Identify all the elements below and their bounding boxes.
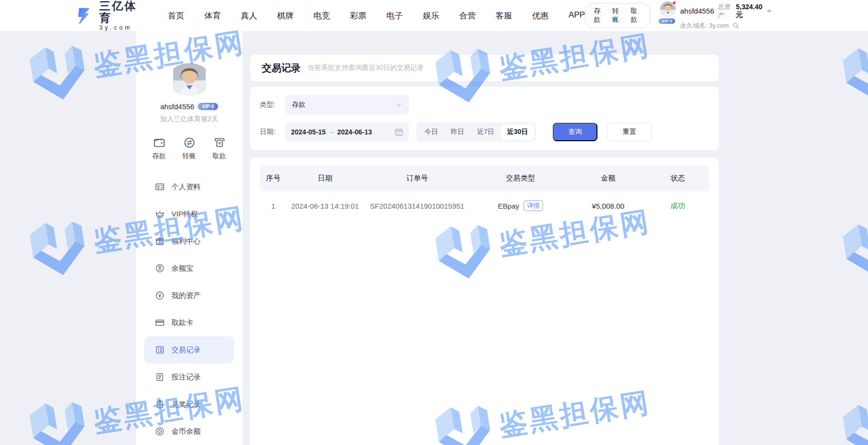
user-info: ahsfd4556 总资产: 5,324.40元 永久域名: 3y.com: [680, 1, 772, 30]
row-status: 成功: [647, 201, 710, 211]
deposit-link[interactable]: 存款: [594, 7, 605, 24]
quick-action-withdraw[interactable]: 取款: [213, 136, 226, 161]
topbar-right: 存款 转账 取款 VIP 0 ahsfd4556 总资产: 5,324.40元: [585, 1, 772, 30]
nav-item-chess[interactable]: 棋牌: [277, 10, 293, 21]
search-icon[interactable]: [732, 22, 739, 29]
sidebar-menu: 个人资料 VIP特权 福利中心 余额宝 我的资产 取款卡: [136, 173, 242, 445]
quick-action-transfer[interactable]: 转账: [183, 136, 196, 161]
sidebar-item-assets[interactable]: 我的资产: [144, 282, 234, 309]
reset-button[interactable]: 重置: [607, 123, 652, 141]
main-nav: 首页 体育 真人 棋牌 电竞 彩票 电子 娱乐 合营 客服 优惠 APP: [168, 10, 585, 21]
vip-badge: VIP 0: [659, 18, 675, 24]
date-range-picker[interactable]: 2024-05-15 ~ 2024-06-13: [285, 122, 409, 142]
nav-item-app[interactable]: APP: [568, 10, 585, 21]
main-content: 交易记录 当前系统支持查询最近30日的交易记录 类型: 存款 日期: 2024-…: [250, 31, 719, 445]
logo-title: 三亿体育: [99, 0, 143, 24]
calendar-icon: [394, 128, 403, 136]
nav-item-promo[interactable]: 优惠: [532, 10, 548, 21]
table-row: 1 2024-06-13 14:19:01 SF2024061314190100…: [260, 191, 709, 220]
watermark: 鉴黑担保网: [838, 189, 868, 284]
quick-action-deposit[interactable]: 存款: [153, 136, 166, 161]
logo-text: 三亿体育 3y.com: [99, 0, 143, 31]
watermark-logo-icon: [25, 36, 91, 107]
avatar-wrap: VIP 0: [660, 1, 676, 24]
join-days-text: 加入三亿体育第2天: [160, 115, 219, 124]
nav-item-service[interactable]: 客服: [495, 10, 512, 21]
sidebar-item-bets[interactable]: 投注记录: [144, 363, 234, 391]
eye-icon[interactable]: [766, 7, 772, 15]
col-order-no: 订单号: [363, 174, 471, 183]
chevron-down-icon: [395, 101, 402, 108]
wallet-pill: 存款 转账 取款: [585, 3, 650, 28]
col-index: 序号: [260, 174, 287, 183]
row-index: 1: [260, 202, 287, 210]
watermark-logo-icon: [838, 37, 868, 108]
page: 三亿体育 3y.com 首页 体育 真人 棋牌 电竞 彩票 电子 娱乐 合营 客…: [0, 0, 868, 445]
nav-item-partnership[interactable]: 合营: [459, 10, 476, 21]
detail-button[interactable]: 详情: [524, 200, 543, 211]
nav-item-home[interactable]: 首页: [168, 10, 184, 21]
transfer-link[interactable]: 转账: [612, 7, 623, 24]
withdraw-link[interactable]: 取款: [630, 7, 642, 24]
sidebar-item-profile[interactable]: 个人资料: [144, 173, 234, 200]
type-select-value: 存款: [292, 100, 395, 109]
range-7days-button[interactable]: 近7日: [471, 124, 501, 140]
page-title-card: 交易记录 当前系统支持查询最近30日的交易记录: [250, 55, 719, 81]
date-label: 日期:: [260, 128, 285, 136]
bank-card-icon: [155, 318, 165, 328]
sidebar-item-transactions[interactable]: 交易记录: [144, 336, 234, 363]
site-logo[interactable]: 三亿体育 3y.com: [75, 0, 143, 31]
username: ahsfd4556: [680, 7, 714, 15]
transactions-table-card: 序号 日期 订单号 交易类型 金额 状态 1 2024-06-13 14:19:…: [250, 158, 719, 445]
sidebar-item-gold-balance[interactable]: 金币余额: [144, 418, 234, 445]
nav-item-sports[interactable]: 体育: [204, 10, 221, 21]
watermark-logo-icon: [838, 394, 868, 445]
nav-item-live[interactable]: 真人: [240, 10, 257, 21]
range-30days-button[interactable]: 近30日: [501, 124, 535, 140]
withdraw-icon: [213, 136, 226, 149]
sidebar-item-welfare[interactable]: 福利中心: [144, 228, 234, 255]
yuebao-coin-icon: [155, 264, 165, 273]
row-order-no: SF202406131419010015951: [363, 202, 471, 210]
permanent-domain: 永久域名: 3y.com: [680, 21, 729, 30]
col-amount: 金额: [570, 174, 646, 183]
sidebar: ahsfd4556 VIP 0 加入三亿体育第2天 存款 转账 取款 个人资料: [136, 31, 242, 445]
nav-item-esports[interactable]: 电竞: [313, 10, 330, 21]
col-type: 交易类型: [471, 174, 570, 183]
gift-icon: [155, 236, 165, 246]
table-header-row: 序号 日期 订单号 交易类型 金额 状态: [260, 165, 709, 191]
logo-icon: [75, 4, 94, 27]
sidebar-item-yuebao[interactable]: 余额宝: [144, 255, 234, 282]
type-label: 类型:: [260, 100, 285, 109]
type-select[interactable]: 存款: [285, 95, 409, 115]
sidebar-item-vip[interactable]: VIP特权: [144, 200, 234, 228]
col-date: 日期: [287, 174, 363, 183]
notification-dot: [672, 1, 676, 5]
date-start: 2024-05-15: [291, 128, 326, 136]
watermark-logo-icon: [838, 214, 868, 284]
search-button[interactable]: 查询: [553, 123, 597, 141]
profile-avatar[interactable]: [168, 63, 211, 96]
range-yesterday-button[interactable]: 昨日: [444, 124, 471, 140]
sidebar-item-withdraw-card[interactable]: 取款卡: [144, 309, 234, 336]
date-end: 2024-06-13: [337, 128, 372, 136]
id-card-icon: [155, 182, 165, 192]
quick-actions: 存款 转账 取款: [153, 136, 226, 161]
nav-item-entertainment[interactable]: 娱乐: [423, 10, 439, 21]
profile-vip-badge: VIP 0: [198, 103, 218, 110]
nav-item-lottery[interactable]: 彩票: [350, 10, 366, 21]
nav-item-slots[interactable]: 电子: [386, 10, 403, 21]
page-title: 交易记录: [262, 62, 301, 75]
profile-name-row: ahsfd4556 VIP 0: [160, 102, 218, 111]
sidebar-item-redeem[interactable]: 兑奖记录: [144, 391, 234, 418]
page-subtitle: 当前系统支持查询最近30日的交易记录: [307, 64, 424, 72]
user-cluster[interactable]: VIP 0 ahsfd4556 总资产: 5,324.40元 永久域名: 3y.…: [660, 1, 772, 30]
assets-value: 5,324.40元: [736, 3, 763, 19]
gold-coin-icon: [155, 427, 165, 436]
logo-domain: 3y.com: [99, 24, 143, 31]
watermark-logo-icon: [25, 212, 91, 282]
redeem-record-icon: [155, 399, 165, 409]
watermark: 鉴黑担保网: [838, 369, 868, 445]
transaction-list-icon: [155, 345, 165, 355]
range-today-button[interactable]: 今日: [418, 124, 444, 140]
